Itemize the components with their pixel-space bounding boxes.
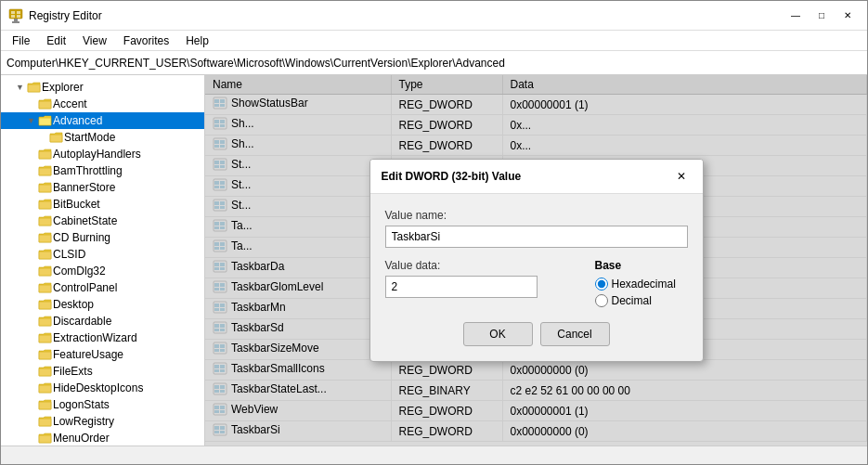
status-bar xyxy=(1,446,867,464)
sidebar-label-autoplay: AutoplayHandlers xyxy=(53,148,141,161)
svg-rect-10 xyxy=(50,135,62,142)
sidebar-label-accent: Accent xyxy=(53,97,87,110)
folder-icon xyxy=(38,331,53,344)
ok-button[interactable]: OK xyxy=(463,322,533,346)
title-bar: Registry Editor — □ ✕ xyxy=(1,1,867,31)
close-button[interactable]: ✕ xyxy=(836,6,860,26)
svg-rect-17 xyxy=(39,252,51,259)
sidebar-label-bitbucket: BitBucket xyxy=(53,198,100,211)
menu-file[interactable]: File xyxy=(5,32,37,49)
sidebar-item-autoplay[interactable]: AutoplayHandlers xyxy=(1,146,204,162)
svg-rect-19 xyxy=(39,285,51,292)
sidebar-label-menuorder: MenuOrder xyxy=(53,432,110,445)
sidebar-item-logonstats[interactable]: LogonStats xyxy=(1,396,204,413)
folder-icon xyxy=(38,415,53,428)
radio-decimal[interactable]: Decimal xyxy=(595,294,688,307)
svg-rect-6 xyxy=(12,21,19,23)
title-bar-left: Registry Editor xyxy=(8,8,102,23)
svg-rect-20 xyxy=(39,302,51,309)
sidebar-label-bannerstore: BannerStore xyxy=(53,181,115,194)
folder-icon xyxy=(27,81,42,94)
main-content: ▼ Explorer Accent ▼ xyxy=(1,75,867,446)
sidebar-label-logonstats: LogonStats xyxy=(53,398,110,411)
sidebar-item-featureusage[interactable]: FeatureUsage xyxy=(1,346,204,363)
cancel-button[interactable]: Cancel xyxy=(540,322,610,346)
sidebar-label-explorer: Explorer xyxy=(42,81,84,94)
sidebar-label-comdlg32: ComDlg32 xyxy=(53,265,106,278)
sidebar-item-cdburning[interactable]: CD Burning xyxy=(1,229,204,246)
sidebar-item-comdlg32[interactable]: ComDlg32 xyxy=(1,263,204,279)
minimize-button[interactable]: — xyxy=(784,6,808,26)
sidebar-item-controlpanel[interactable]: ControlPanel xyxy=(1,279,204,296)
sidebar-label-featureusage: FeatureUsage xyxy=(53,348,123,361)
sidebar-item-cabinetstate[interactable]: CabinetState xyxy=(1,213,204,229)
svg-rect-3 xyxy=(11,15,15,18)
sidebar-item-bamthrottling[interactable]: BamThrottling xyxy=(1,162,204,179)
registry-editor-window: Registry Editor — □ ✕ File Edit View Fav… xyxy=(0,0,868,465)
sidebar-item-advanced[interactable]: ▼ Advanced xyxy=(1,112,204,129)
svg-rect-7 xyxy=(28,84,40,92)
dialog-close-button[interactable]: ✕ xyxy=(671,167,692,186)
value-name-input[interactable] xyxy=(385,226,688,248)
folder-icon xyxy=(38,281,53,294)
sidebar-label-extractionwizard: ExtractionWizard xyxy=(53,331,137,344)
folder-icon-open xyxy=(38,114,53,127)
folder-icon xyxy=(38,381,53,394)
sidebar-item-fileexts[interactable]: FileExts xyxy=(1,363,204,380)
decimal-label: Decimal xyxy=(612,294,652,307)
sidebar-label-controlpanel: ControlPanel xyxy=(53,281,117,294)
svg-rect-27 xyxy=(39,419,51,426)
folder-icon xyxy=(38,97,53,110)
sidebar-label-desktop: Desktop xyxy=(53,298,94,311)
dialog-title: Edit DWORD (32-bit) Value xyxy=(382,170,522,183)
svg-rect-13 xyxy=(39,185,51,192)
maximize-button[interactable]: □ xyxy=(810,6,834,26)
svg-rect-4 xyxy=(17,15,20,18)
expand-icon: ▼ xyxy=(27,116,38,125)
expand-icon: ▼ xyxy=(16,83,27,92)
sidebar-item-accent[interactable]: Accent xyxy=(1,96,204,112)
sidebar-item-desktop[interactable]: Desktop xyxy=(1,296,204,313)
folder-icon xyxy=(38,365,53,378)
svg-rect-15 xyxy=(39,218,51,226)
radio-hexadecimal[interactable]: Hexadecimal xyxy=(595,278,688,291)
value-data-label: Value data: xyxy=(385,259,584,272)
sidebar-item-menuorder[interactable]: MenuOrder xyxy=(1,430,204,446)
sidebar-label-advanced: Advanced xyxy=(53,114,102,127)
sidebar-item-startmode[interactable]: StartMode xyxy=(1,129,204,146)
sidebar-item-bitbucket[interactable]: BitBucket xyxy=(1,196,204,213)
sidebar-item-discardable[interactable]: Discardable xyxy=(1,313,204,329)
address-text: Computer\HKEY_CURRENT_USER\Software\Micr… xyxy=(6,57,505,70)
menu-edit[interactable]: Edit xyxy=(39,32,73,49)
sidebar-label-fileexts: FileExts xyxy=(53,365,93,378)
menu-help[interactable]: Help xyxy=(178,32,216,49)
folder-icon xyxy=(38,214,53,227)
sidebar-item-explorer[interactable]: ▼ Explorer xyxy=(1,79,204,96)
folder-icon xyxy=(38,198,53,211)
folder-icon xyxy=(49,131,64,144)
svg-rect-21 xyxy=(39,318,51,326)
dialog-body: Value name: Value data: Base xyxy=(370,194,703,361)
sidebar-label-startmode: StartMode xyxy=(64,131,115,144)
folder-icon xyxy=(38,432,53,445)
sidebar-label-cabinetstate: CabinetState xyxy=(53,214,117,227)
svg-rect-25 xyxy=(39,385,51,393)
folder-icon xyxy=(38,248,53,261)
sidebar-item-clsid[interactable]: CLSID xyxy=(1,246,204,263)
sidebar: ▼ Explorer Accent ▼ xyxy=(1,75,205,446)
folder-icon xyxy=(38,298,53,311)
edit-dword-dialog: Edit DWORD (32-bit) Value ✕ Value name: … xyxy=(369,159,704,362)
folder-icon xyxy=(38,148,53,161)
svg-rect-18 xyxy=(39,268,51,276)
value-data-input[interactable] xyxy=(385,276,538,298)
base-label: Base xyxy=(595,259,688,272)
sidebar-item-bannerstore[interactable]: BannerStore xyxy=(1,179,204,196)
menu-view[interactable]: View xyxy=(75,32,114,49)
sidebar-label-hidedesktopicons: HideDesktopIcons xyxy=(53,381,143,394)
menu-favorites[interactable]: Favorites xyxy=(116,32,176,49)
sidebar-label-discardable: Discardable xyxy=(53,315,111,328)
svg-rect-28 xyxy=(39,435,51,443)
sidebar-item-hidedesktopicons[interactable]: HideDesktopIcons xyxy=(1,380,204,396)
sidebar-item-extractionwizard[interactable]: ExtractionWizard xyxy=(1,329,204,346)
sidebar-item-lowregistry[interactable]: LowRegistry xyxy=(1,413,204,430)
